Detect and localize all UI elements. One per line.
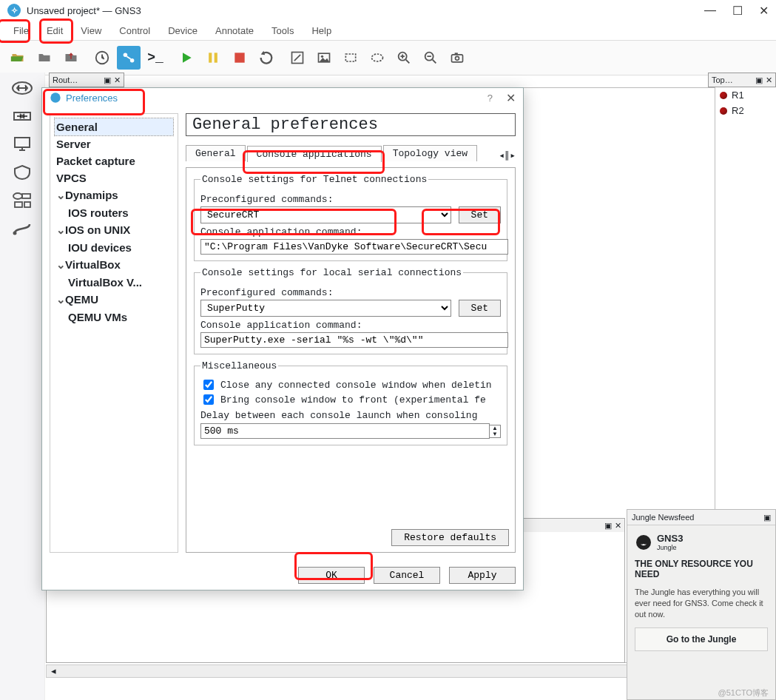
maximize-icon[interactable]: ☐: [732, 4, 743, 18]
menu-tools[interactable]: Tools: [263, 22, 303, 39]
spin-buttons[interactable]: ▲▼: [490, 425, 501, 438]
svg-rect-4: [215, 53, 217, 62]
tab-pane-console: Console settings for Telnet connections …: [186, 167, 516, 553]
minimize-icon[interactable]: —: [704, 4, 716, 18]
tabs-scroll[interactable]: ◂∥▸: [499, 149, 516, 161]
dock-topology[interactable]: Top… ▣ ✕: [708, 73, 776, 87]
topo-node-r1[interactable]: R1: [715, 87, 776, 103]
reload-icon[interactable]: [254, 46, 278, 70]
spin-down-icon[interactable]: ▼: [490, 431, 500, 437]
serial-set-button[interactable]: Set: [459, 300, 501, 317]
serial-preconf-select[interactable]: SuperPutty: [200, 300, 451, 317]
dock-float-icon[interactable]: ▣: [104, 75, 111, 85]
telnet-preconf-label: Preconfigured commands:: [200, 194, 501, 205]
pc-icon[interactable]: [6, 132, 38, 157]
router-icon[interactable]: [6, 75, 38, 101]
pause-icon[interactable]: [201, 46, 225, 70]
tab-general[interactable]: General: [186, 145, 246, 161]
ellipse-icon[interactable]: [365, 46, 389, 70]
menu-view[interactable]: View: [72, 22, 110, 39]
open-folder-icon[interactable]: [6, 46, 30, 70]
zoom-out-icon[interactable]: [419, 46, 442, 70]
dock-float-icon[interactable]: ▣: [755, 75, 763, 85]
misc-delay-input[interactable]: [200, 423, 490, 439]
help-icon[interactable]: ?: [487, 92, 493, 104]
ok-button[interactable]: OK: [298, 567, 365, 584]
tree-server[interactable]: Server: [55, 135, 173, 152]
dock-topology-title: Top…: [712, 75, 733, 84]
telnet-cmd-input[interactable]: [200, 239, 508, 255]
svg-rect-5: [235, 53, 244, 62]
misc-close-checkbox[interactable]: [203, 380, 214, 390]
dock-float-icon[interactable]: ▣: [763, 513, 771, 522]
telnet-set-button[interactable]: Set: [459, 206, 501, 223]
svg-rect-3: [209, 53, 212, 62]
import-icon[interactable]: [59, 46, 83, 70]
misc-close-check[interactable]: Close any connected console window when …: [200, 377, 501, 392]
restore-defaults-button[interactable]: Restore defaults: [391, 529, 509, 546]
svg-rect-9: [345, 54, 355, 61]
dock-close-icon[interactable]: ✕: [766, 75, 772, 85]
tree-qemu-vms[interactable]: QEMU VMs: [55, 309, 173, 326]
tree-virtualbox[interactable]: ⌄VirtualBox: [55, 256, 173, 274]
legend-serial: Console settings for local serial connec…: [200, 267, 463, 278]
jungle-brand-label: GNS3: [657, 533, 683, 544]
tree-vpcs[interactable]: VPCS: [55, 169, 173, 186]
dock-close-icon[interactable]: ✕: [114, 75, 121, 85]
tree-ios-on-unix[interactable]: ⌄IOS on UNIX: [55, 221, 173, 239]
tree-virtualbox-vms[interactable]: VirtualBox V...: [55, 274, 173, 291]
apply-button[interactable]: Apply: [449, 567, 516, 584]
jungle-cta-button[interactable]: Go to the Jungle: [635, 627, 768, 651]
menu-device[interactable]: Device: [159, 22, 206, 39]
open-folder2-icon[interactable]: [33, 46, 56, 70]
preferences-tree[interactable]: General Server Packet capture VPCS ⌄Dyna…: [50, 113, 178, 553]
canvas-hscrollbar[interactable]: ◂▸: [46, 664, 715, 678]
menu-file[interactable]: File: [4, 22, 38, 39]
serial-preconf-label: Preconfigured commands:: [200, 287, 501, 298]
menu-annotate[interactable]: Annotate: [206, 22, 263, 39]
play-icon[interactable]: [175, 46, 198, 70]
telnet-preconf-select[interactable]: SecureCRT: [200, 206, 451, 223]
dock-close-icon[interactable]: ✕: [615, 521, 621, 531]
svg-point-10: [372, 54, 383, 61]
tab-console-applications[interactable]: Console applications: [247, 146, 382, 162]
topo-node-label: R1: [732, 90, 744, 101]
all-devices-icon[interactable]: [6, 188, 38, 213]
cancel-button[interactable]: Cancel: [374, 567, 440, 584]
console-icon[interactable]: >_: [144, 46, 167, 70]
tree-qemu[interactable]: ⌄QEMU: [55, 291, 173, 309]
preferences-heading: General preferences: [186, 113, 516, 136]
link-icon[interactable]: [6, 216, 38, 241]
dock-float-icon[interactable]: ▣: [604, 521, 612, 531]
topo-node-r2[interactable]: R2: [715, 103, 776, 118]
firewall-icon[interactable]: [6, 160, 38, 185]
serial-cmd-input[interactable]: [200, 332, 508, 348]
menu-help[interactable]: Help: [303, 22, 340, 39]
stop-icon[interactable]: [228, 46, 252, 70]
camera-icon[interactable]: [445, 46, 469, 70]
zoom-in-icon[interactable]: [392, 46, 416, 70]
topo-node-label: R2: [732, 105, 744, 116]
network-icon[interactable]: [117, 46, 141, 70]
tree-iou-devices[interactable]: IOU devices: [55, 239, 173, 256]
fieldset-serial: Console settings for local serial connec…: [194, 267, 507, 354]
tab-topology-view[interactable]: Topology view: [383, 145, 477, 161]
rect-icon[interactable]: [339, 46, 362, 70]
tree-dynamips[interactable]: ⌄Dynamips: [55, 186, 173, 204]
tree-packet-capture[interactable]: Packet capture: [55, 152, 173, 169]
misc-front-check[interactable]: Bring console window to front (experimen…: [200, 392, 501, 407]
dock-routers[interactable]: Rout… ▣ ✕: [49, 73, 124, 87]
close-icon[interactable]: ✕: [759, 4, 769, 18]
switch-icon[interactable]: [6, 104, 38, 129]
menu-control[interactable]: Control: [110, 22, 159, 39]
clock-icon[interactable]: [90, 46, 114, 70]
preferences-titlebar: Preferences ? ✕: [42, 88, 523, 107]
menu-edit[interactable]: Edit: [38, 22, 72, 39]
jungle-brand-sub: Jungle: [657, 544, 683, 551]
misc-front-checkbox[interactable]: [203, 394, 214, 405]
close-icon[interactable]: ✕: [506, 91, 516, 105]
image-icon[interactable]: [312, 46, 336, 70]
tree-ios-routers[interactable]: IOS routers: [55, 204, 173, 221]
tree-general[interactable]: General: [55, 118, 173, 135]
note-icon[interactable]: [286, 46, 309, 70]
